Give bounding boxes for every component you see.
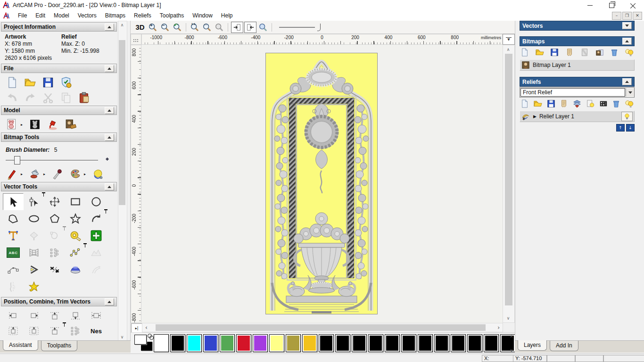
brush-diameter-slider[interactable]: [6, 155, 112, 165]
clear-layer-icon[interactable]: [580, 48, 589, 57]
centre-boundary-icon[interactable]: [24, 323, 44, 338]
menu-item[interactable]: Model: [50, 11, 74, 20]
primary-colour-swatch[interactable]: [134, 335, 147, 345]
minimize-button[interactable]: [579, 0, 601, 10]
rectangle-icon[interactable]: [65, 193, 86, 210]
zoom-out-icon[interactable]: −: [159, 22, 171, 33]
palette-swatch[interactable]: [484, 334, 499, 352]
merge-layers-icon[interactable]: [565, 48, 574, 57]
3d-view-button[interactable]: 3D: [134, 22, 146, 33]
ruler-origin-button[interactable]: ▸|: [131, 323, 142, 333]
wrap-star-icon[interactable]: [24, 278, 44, 295]
centre-item-icon[interactable]: [44, 323, 65, 338]
polyline-icon[interactable]: [3, 210, 24, 227]
align-right-icon[interactable]: [24, 308, 44, 323]
palette-swatch[interactable]: [434, 334, 449, 352]
menu-item[interactable]: Bitmaps: [101, 11, 130, 20]
envelope-distort-icon[interactable]: [24, 244, 44, 261]
palette-swatch[interactable]: [319, 334, 334, 352]
align-left-icon[interactable]: [3, 308, 24, 323]
zoom-select-icon[interactable]: [257, 22, 269, 33]
open-model-icon[interactable]: [25, 77, 36, 88]
scrollbar-thumb[interactable]: [119, 40, 125, 205]
collapse-button[interactable]: [105, 65, 114, 72]
collapse-button[interactable]: [105, 183, 114, 190]
select-icon[interactable]: [3, 193, 24, 210]
save-layer-icon[interactable]: [550, 48, 559, 57]
scroll-right-icon[interactable]: ›: [497, 324, 500, 331]
save-model-icon[interactable]: [42, 77, 54, 88]
flyout-arrow-icon[interactable]: ▸: [84, 172, 86, 176]
menu-item[interactable]: Toolpaths: [156, 11, 188, 20]
model-to-greyscale-icon[interactable]: [29, 119, 41, 130]
scrollbar-thumb[interactable]: [505, 54, 512, 305]
palette-swatch[interactable]: [253, 334, 268, 352]
text-on-curve-icon[interactable]: ABC: [3, 244, 24, 261]
block-copy-icon[interactable]: [44, 244, 65, 261]
flyout-arrow-icon[interactable]: ▸: [43, 172, 45, 176]
save-layer-icon[interactable]: [547, 99, 555, 108]
palette-swatch[interactable]: [302, 334, 317, 352]
node-editing-icon[interactable]: [24, 193, 44, 210]
stack-layers-icon[interactable]: [573, 99, 581, 108]
pin-icon[interactable]: [104, 209, 107, 214]
colour-reduce-icon[interactable]: [92, 168, 104, 180]
zoom-drag-icon[interactable]: [214, 22, 225, 33]
canvas-horizontal-scrollbar[interactable]: ‹ ›: [142, 323, 503, 332]
align-bottom-icon[interactable]: [65, 308, 86, 323]
expand-button[interactable]: [622, 22, 632, 29]
merge-layers-icon[interactable]: [560, 99, 568, 108]
toggle-visibility-icon[interactable]: [625, 48, 634, 57]
palette-swatch[interactable]: [187, 334, 202, 352]
tab-assistant[interactable]: Assistant: [3, 340, 38, 351]
polygon-icon[interactable]: [44, 210, 65, 227]
scrollbar-thumb[interactable]: [156, 324, 486, 331]
palette-swatch[interactable]: [451, 334, 466, 352]
link-colours-icon[interactable]: [148, 334, 152, 338]
move-layer-up-icon[interactable]: ↑: [616, 124, 625, 132]
palette-swatch[interactable]: [352, 334, 367, 352]
paste-along-icon[interactable]: [65, 323, 86, 338]
tab-toolpaths[interactable]: Toolpaths: [41, 341, 77, 351]
2d-view-canvas[interactable]: [141, 45, 503, 323]
cut-icon[interactable]: [42, 92, 54, 103]
align-top-icon[interactable]: [44, 308, 65, 323]
bitmap-layer-row[interactable]: Bitmap Layer 1: [520, 59, 635, 71]
scroll-up-icon[interactable]: ∧: [504, 46, 512, 53]
mdi-close-button[interactable]: ✕: [633, 12, 642, 20]
extend-icon[interactable]: [86, 261, 107, 278]
texture-model-icon[interactable]: [65, 119, 76, 130]
scroll-left-icon[interactable]: ‹: [145, 324, 148, 331]
dropdown-arrow-icon[interactable]: [626, 88, 634, 97]
palette-swatch[interactable]: [335, 334, 350, 352]
nesting-icon[interactable]: Nes: [86, 323, 107, 338]
menu-item[interactable]: Reliefs: [130, 11, 156, 20]
collapse-button[interactable]: [622, 78, 632, 85]
collapse-button[interactable]: [105, 24, 114, 31]
palette-scroll[interactable]: ∧∨: [510, 334, 513, 353]
toggle-visibility-icon[interactable]: [625, 99, 634, 108]
delete-layer-icon[interactable]: [612, 99, 620, 108]
tab-add-in[interactable]: Add In: [550, 341, 578, 351]
palette-swatch[interactable]: [467, 334, 482, 352]
pick-colour-icon[interactable]: [52, 168, 63, 180]
open-layer-icon[interactable]: [534, 99, 542, 108]
palette-swatch[interactable]: [154, 334, 169, 352]
zoom-in-icon[interactable]: +: [147, 22, 158, 33]
flyout-arrow-icon[interactable]: ▸: [21, 172, 23, 176]
offset-icon[interactable]: [24, 227, 44, 244]
snap-grid-icon[interactable]: [86, 227, 107, 244]
mdi-minimize-button[interactable]: –: [612, 12, 621, 20]
import-model-icon[interactable]: [60, 77, 72, 88]
new-layer-icon[interactable]: [520, 48, 529, 57]
relief-layer-row[interactable]: + ▶ Relief Layer 1: [520, 111, 635, 122]
collapse-button[interactable]: [105, 134, 114, 141]
circle-icon[interactable]: [86, 193, 107, 210]
menu-item[interactable]: File: [14, 11, 31, 20]
flyout-arrow-icon[interactable]: ▸: [21, 123, 23, 127]
palette-swatch[interactable]: [203, 334, 218, 352]
menu-item[interactable]: Help: [217, 11, 237, 20]
ellipse-icon[interactable]: [24, 210, 44, 227]
restore-button[interactable]: [601, 0, 622, 10]
paste-icon[interactable]: [78, 92, 90, 103]
